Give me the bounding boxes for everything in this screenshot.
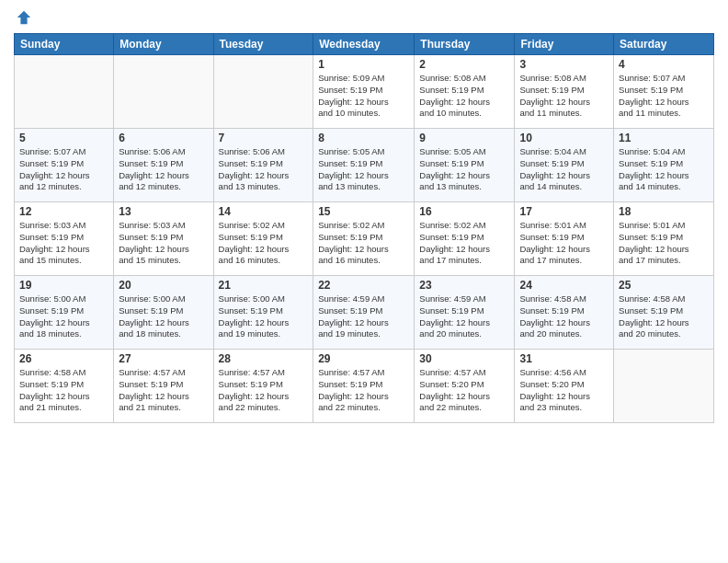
calendar-cell: 2Sunrise: 5:08 AM Sunset: 5:19 PM Daylig… — [415, 55, 515, 129]
day-info: Sunrise: 5:04 AM Sunset: 5:19 PM Dayligh… — [619, 146, 709, 193]
day-number: 23 — [419, 279, 509, 292]
day-info: Sunrise: 4:58 AM Sunset: 5:19 PM Dayligh… — [519, 293, 609, 340]
calendar-cell: 25Sunrise: 4:58 AM Sunset: 5:19 PM Dayli… — [614, 276, 714, 350]
calendar-cell: 9Sunrise: 5:05 AM Sunset: 5:19 PM Daylig… — [415, 129, 515, 202]
weekday-header-monday: Monday — [114, 34, 213, 55]
day-info: Sunrise: 4:57 AM Sunset: 5:19 PM Dayligh… — [219, 367, 309, 414]
day-info: Sunrise: 4:58 AM Sunset: 5:19 PM Dayligh… — [619, 293, 709, 340]
calendar-cell — [114, 55, 213, 129]
day-info: Sunrise: 4:57 AM Sunset: 5:19 PM Dayligh… — [119, 367, 208, 414]
page: SundayMondayTuesdayWednesdayThursdayFrid… — [0, 0, 728, 563]
calendar-cell — [614, 350, 714, 423]
day-number: 21 — [219, 279, 309, 292]
calendar-cell: 12Sunrise: 5:03 AM Sunset: 5:19 PM Dayli… — [15, 202, 114, 276]
day-info: Sunrise: 5:07 AM Sunset: 5:19 PM Dayligh… — [19, 146, 108, 193]
day-number: 20 — [119, 279, 208, 292]
day-info: Sunrise: 4:57 AM Sunset: 5:20 PM Dayligh… — [419, 367, 509, 414]
calendar-cell: 5Sunrise: 5:07 AM Sunset: 5:19 PM Daylig… — [15, 129, 114, 202]
day-info: Sunrise: 5:07 AM Sunset: 5:19 PM Dayligh… — [619, 73, 709, 120]
day-info: Sunrise: 5:04 AM Sunset: 5:19 PM Dayligh… — [519, 146, 609, 193]
day-info: Sunrise: 5:02 AM Sunset: 5:19 PM Dayligh… — [318, 220, 409, 267]
calendar-cell: 22Sunrise: 4:59 AM Sunset: 5:19 PM Dayli… — [313, 276, 415, 350]
day-info: Sunrise: 5:08 AM Sunset: 5:19 PM Dayligh… — [419, 73, 509, 120]
day-info: Sunrise: 5:08 AM Sunset: 5:19 PM Dayligh… — [519, 73, 609, 120]
calendar-cell: 17Sunrise: 5:01 AM Sunset: 5:19 PM Dayli… — [515, 202, 614, 276]
day-info: Sunrise: 5:02 AM Sunset: 5:19 PM Dayligh… — [419, 220, 509, 267]
weekday-header-wednesday: Wednesday — [313, 34, 415, 55]
calendar-cell: 10Sunrise: 5:04 AM Sunset: 5:19 PM Dayli… — [515, 129, 614, 202]
day-number: 29 — [318, 352, 409, 365]
day-info: Sunrise: 4:59 AM Sunset: 5:19 PM Dayligh… — [419, 293, 509, 340]
day-number: 3 — [519, 58, 609, 71]
calendar-week-1: 1Sunrise: 5:09 AM Sunset: 5:19 PM Daylig… — [15, 55, 714, 129]
day-info: Sunrise: 5:00 AM Sunset: 5:19 PM Dayligh… — [119, 293, 208, 340]
calendar-cell: 23Sunrise: 4:59 AM Sunset: 5:19 PM Dayli… — [415, 276, 515, 350]
weekday-header-thursday: Thursday — [415, 34, 515, 55]
day-number: 25 — [619, 279, 709, 292]
calendar-cell: 7Sunrise: 5:06 AM Sunset: 5:19 PM Daylig… — [213, 129, 313, 202]
weekday-header-friday: Friday — [515, 34, 614, 55]
day-number: 13 — [119, 205, 208, 218]
calendar-cell: 31Sunrise: 4:56 AM Sunset: 5:20 PM Dayli… — [515, 350, 614, 423]
logo-icon — [16, 9, 32, 26]
day-number: 18 — [619, 205, 709, 218]
day-number: 5 — [19, 132, 108, 144]
logo — [14, 9, 32, 26]
weekday-header-row: SundayMondayTuesdayWednesdayThursdayFrid… — [15, 34, 714, 55]
calendar-week-2: 5Sunrise: 5:07 AM Sunset: 5:19 PM Daylig… — [15, 129, 714, 202]
calendar-cell: 19Sunrise: 5:00 AM Sunset: 5:19 PM Dayli… — [15, 276, 114, 350]
calendar-week-5: 26Sunrise: 4:58 AM Sunset: 5:19 PM Dayli… — [15, 350, 714, 423]
day-number: 4 — [619, 58, 709, 71]
day-number: 7 — [219, 132, 309, 144]
day-info: Sunrise: 4:58 AM Sunset: 5:19 PM Dayligh… — [19, 367, 108, 414]
calendar-cell: 6Sunrise: 5:06 AM Sunset: 5:19 PM Daylig… — [114, 129, 213, 202]
day-info: Sunrise: 5:01 AM Sunset: 5:19 PM Dayligh… — [619, 220, 709, 267]
day-info: Sunrise: 5:05 AM Sunset: 5:19 PM Dayligh… — [318, 146, 409, 193]
day-info: Sunrise: 4:56 AM Sunset: 5:20 PM Dayligh… — [519, 367, 609, 414]
calendar-cell: 28Sunrise: 4:57 AM Sunset: 5:19 PM Dayli… — [213, 350, 313, 423]
calendar-week-3: 12Sunrise: 5:03 AM Sunset: 5:19 PM Dayli… — [15, 202, 714, 276]
day-number: 31 — [519, 352, 609, 365]
calendar-cell: 3Sunrise: 5:08 AM Sunset: 5:19 PM Daylig… — [515, 55, 614, 129]
calendar-cell: 29Sunrise: 4:57 AM Sunset: 5:19 PM Dayli… — [313, 350, 415, 423]
day-number: 11 — [619, 132, 709, 144]
day-number: 10 — [519, 132, 609, 144]
day-info: Sunrise: 5:06 AM Sunset: 5:19 PM Dayligh… — [119, 146, 208, 193]
day-number: 19 — [19, 279, 108, 292]
day-number: 9 — [419, 132, 509, 144]
svg-marker-0 — [17, 11, 30, 24]
calendar-cell: 18Sunrise: 5:01 AM Sunset: 5:19 PM Dayli… — [614, 202, 714, 276]
calendar-table: SundayMondayTuesdayWednesdayThursdayFrid… — [14, 33, 714, 423]
day-number: 1 — [318, 58, 409, 71]
day-info: Sunrise: 4:57 AM Sunset: 5:19 PM Dayligh… — [318, 367, 409, 414]
day-info: Sunrise: 5:01 AM Sunset: 5:19 PM Dayligh… — [519, 220, 609, 267]
day-number: 26 — [19, 352, 108, 365]
day-info: Sunrise: 5:00 AM Sunset: 5:19 PM Dayligh… — [219, 293, 309, 340]
day-info: Sunrise: 5:02 AM Sunset: 5:19 PM Dayligh… — [219, 220, 309, 267]
day-info: Sunrise: 5:00 AM Sunset: 5:19 PM Dayligh… — [19, 293, 108, 340]
day-number: 6 — [119, 132, 208, 144]
calendar-cell: 4Sunrise: 5:07 AM Sunset: 5:19 PM Daylig… — [614, 55, 714, 129]
day-info: Sunrise: 5:03 AM Sunset: 5:19 PM Dayligh… — [19, 220, 108, 267]
calendar-cell: 20Sunrise: 5:00 AM Sunset: 5:19 PM Dayli… — [114, 276, 213, 350]
calendar-week-4: 19Sunrise: 5:00 AM Sunset: 5:19 PM Dayli… — [15, 276, 714, 350]
calendar-cell: 14Sunrise: 5:02 AM Sunset: 5:19 PM Dayli… — [213, 202, 313, 276]
calendar-cell: 27Sunrise: 4:57 AM Sunset: 5:19 PM Dayli… — [114, 350, 213, 423]
day-number: 30 — [419, 352, 509, 365]
calendar-cell: 21Sunrise: 5:00 AM Sunset: 5:19 PM Dayli… — [213, 276, 313, 350]
day-info: Sunrise: 5:05 AM Sunset: 5:19 PM Dayligh… — [419, 146, 509, 193]
calendar-cell — [213, 55, 313, 129]
calendar-cell: 16Sunrise: 5:02 AM Sunset: 5:19 PM Dayli… — [415, 202, 515, 276]
day-number: 27 — [119, 352, 208, 365]
calendar-cell: 11Sunrise: 5:04 AM Sunset: 5:19 PM Dayli… — [614, 129, 714, 202]
weekday-header-tuesday: Tuesday — [213, 34, 313, 55]
day-number: 15 — [318, 205, 409, 218]
calendar-cell: 15Sunrise: 5:02 AM Sunset: 5:19 PM Dayli… — [313, 202, 415, 276]
day-info: Sunrise: 5:03 AM Sunset: 5:19 PM Dayligh… — [119, 220, 208, 267]
weekday-header-saturday: Saturday — [614, 34, 714, 55]
day-info: Sunrise: 5:09 AM Sunset: 5:19 PM Dayligh… — [318, 73, 409, 120]
calendar-cell: 8Sunrise: 5:05 AM Sunset: 5:19 PM Daylig… — [313, 129, 415, 202]
day-number: 14 — [219, 205, 309, 218]
day-number: 22 — [318, 279, 409, 292]
calendar-cell: 13Sunrise: 5:03 AM Sunset: 5:19 PM Dayli… — [114, 202, 213, 276]
